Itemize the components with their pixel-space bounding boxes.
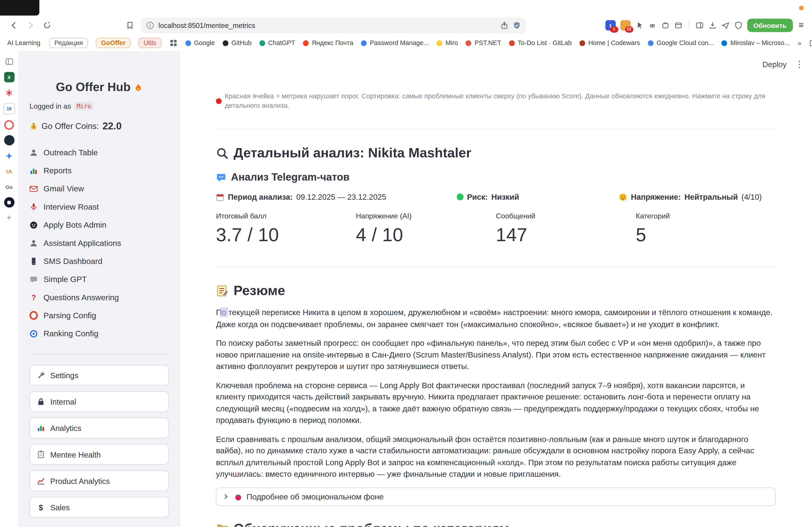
kebab-menu-icon[interactable]: ⋮ xyxy=(795,59,804,70)
tab-groups-grid-icon[interactable] xyxy=(169,39,177,47)
deploy-button[interactable]: Deploy xyxy=(763,60,786,69)
chat-dock-icon[interactable] xyxy=(4,197,14,208)
analytics-button[interactable]: Analytics xyxy=(30,418,169,438)
gooffer-dock-label[interactable]: Go xyxy=(4,182,14,192)
button-label: Mentee Health xyxy=(50,450,101,459)
bookmark-chatgpt[interactable]: ChatGPT xyxy=(259,39,295,46)
sidebar-item-assistant-applications[interactable]: Assistant Applications xyxy=(30,234,169,252)
tab-box-icon[interactable] xyxy=(674,21,683,30)
summary-paragraph-3: Ключевая проблема на стороне сервиса — L… xyxy=(216,380,776,426)
browser-chrome: localhost:8501/mentee_metrics 11 22 æ Об… xyxy=(0,0,812,52)
coins-label: Go Offer Coins: xyxy=(42,122,99,131)
sidebar-item-questions-answering[interactable]: ? Questions Answering xyxy=(30,288,169,306)
bookmark-password-manager[interactable]: Password Manage... xyxy=(361,39,429,46)
summary-paragraph-4: Если сравнивать с прошлым анализом, общи… xyxy=(216,434,776,480)
sidebar-item-outreach-table[interactable]: Outreach Table xyxy=(30,144,169,161)
forward-button[interactable] xyxy=(24,19,38,32)
caption-text: Красная ячейка = метрика нарушает порог.… xyxy=(224,91,776,110)
bookmark-flag-button[interactable] xyxy=(123,19,137,32)
summary-paragraph-1: По текущей переписке Никита в целом в хо… xyxy=(216,307,776,330)
risk-value: Низкий xyxy=(492,193,519,201)
red-asterisk-dock-icon[interactable] xyxy=(4,88,14,98)
sidebar-item-sms-dashboard[interactable]: SMS Dashboard xyxy=(30,252,169,270)
microphone-icon xyxy=(30,202,38,211)
smiley-icon xyxy=(619,193,627,201)
bookmark-yandex-mail[interactable]: Яндекс Почта xyxy=(303,39,353,46)
folder-icon xyxy=(216,522,228,527)
utils-dock-label[interactable]: Ut xyxy=(4,166,14,177)
cursor-extension-icon[interactable] xyxy=(635,21,644,30)
wrench-icon xyxy=(37,371,45,379)
browser-update-button[interactable]: Обновить xyxy=(747,19,793,32)
categories-title-text: Обнаруженные проблемы по категориям xyxy=(233,521,509,527)
sidebar-item-gmail-view[interactable]: Gmail View xyxy=(30,180,169,198)
back-button[interactable] xyxy=(7,19,21,32)
sidebar-item-simple-gpt[interactable]: Simple GPT xyxy=(30,270,169,288)
streamlit-header: Deploy ⋮ xyxy=(763,51,812,77)
bookmarks-bar: AI Learning Редакция GoOffer Utils Googl… xyxy=(0,35,812,51)
bookmark-google-cloud[interactable]: Google Cloud con... xyxy=(648,39,714,46)
person-icon xyxy=(30,239,38,247)
coins-value: 22.0 xyxy=(102,121,121,132)
sidebar-item-parsing-config[interactable]: Parsing Config xyxy=(30,306,169,325)
excel-dock-icon[interactable]: X xyxy=(4,72,14,82)
mentee-health-button[interactable]: Mentee Health xyxy=(30,444,169,465)
browser-menu-icon[interactable]: ≡ xyxy=(798,20,805,31)
bookmark-codewars[interactable]: Home | Codewars xyxy=(579,39,640,46)
ae-extension-icon[interactable]: æ xyxy=(648,21,656,30)
sidebar-item-apply-bots-admin[interactable]: Apply Bots Admin xyxy=(30,216,169,234)
bookmark-pstnet[interactable]: PST.NET xyxy=(466,39,501,46)
bookmark-microsoft[interactable]: Miroslav – Microso... xyxy=(722,39,790,46)
sales-button[interactable]: $ Sales xyxy=(30,497,169,517)
browser-window: localhost:8501/mentee_metrics 11 22 æ Об… xyxy=(0,0,812,527)
sidebar-item-label: Reports xyxy=(44,166,72,175)
site-info-icon[interactable] xyxy=(146,21,154,30)
sidebar-item-interview-roast[interactable]: Interview Roast xyxy=(30,198,169,216)
share-icon[interactable] xyxy=(500,21,509,30)
url-text[interactable]: localhost:8501/mentee_metrics xyxy=(159,21,496,29)
bookmarks-overflow-chevron[interactable]: » xyxy=(798,39,802,47)
bookmark-github[interactable]: GitHub xyxy=(223,39,251,46)
dark-app-dock-icon[interactable] xyxy=(4,135,14,146)
tab-group-gooffer[interactable]: GoOffer xyxy=(96,38,131,48)
extension-icon-1[interactable]: 11 xyxy=(605,20,615,31)
sidebar-item-reports[interactable]: Reports xyxy=(30,161,169,179)
sidebar-item-ranking-config[interactable]: Ranking Config xyxy=(30,325,169,343)
bookmark-miro[interactable]: Miro xyxy=(437,39,458,46)
all-bookmarks-button[interactable]: Все закладки xyxy=(809,39,812,47)
add-dock-item-button[interactable]: + xyxy=(4,213,14,223)
logged-in-line: Logged in as Miro xyxy=(30,102,169,110)
address-bar[interactable]: localhost:8501/mentee_metrics xyxy=(141,18,526,33)
calendar-icon xyxy=(216,193,224,201)
settings-button[interactable]: Settings xyxy=(30,365,169,386)
sidebar-item-label: Outreach Table xyxy=(44,148,98,157)
tab-group-utils[interactable]: Utils xyxy=(139,38,161,48)
reload-button[interactable] xyxy=(40,19,54,32)
protect-shield-icon[interactable] xyxy=(734,21,742,30)
adblock-shield-icon[interactable] xyxy=(513,21,521,30)
send-icon[interactable] xyxy=(721,21,730,30)
bookmark-gitlab-todo[interactable]: To-Do List · GitLab xyxy=(509,39,571,46)
bookmark-google[interactable]: Google xyxy=(185,39,215,46)
summary-text: По текущей переписке Никита в целом в хо… xyxy=(216,307,776,480)
telegram-subtitle-text: Анализ Telegram-чатов xyxy=(231,171,350,183)
tab-group-ai-learning[interactable]: AI Learning xyxy=(6,38,42,48)
internal-button[interactable]: Internal xyxy=(30,391,169,412)
downloads-icon[interactable] xyxy=(708,21,716,30)
product-analytics-button[interactable]: Product Analytics xyxy=(30,470,169,491)
sidebar-toggle-icon[interactable] xyxy=(4,56,14,67)
sparkle-dock-icon[interactable] xyxy=(4,151,14,161)
extension-icon-2[interactable]: 22 xyxy=(620,20,630,31)
metric-value: 5 xyxy=(636,224,776,246)
extensions-puzzle-icon[interactable] xyxy=(661,21,669,30)
tab-group-redakcia[interactable]: Редакция xyxy=(49,38,88,48)
emotional-expander[interactable]: Подробнее об эмоциональном фоне xyxy=(216,487,776,506)
favicon-github xyxy=(223,40,228,46)
ring-dock-icon[interactable] xyxy=(4,119,14,130)
calendar-dock-icon[interactable]: 16 xyxy=(3,103,15,115)
window-top-strip xyxy=(0,0,812,16)
back-arrow-icon xyxy=(10,21,18,30)
tension-suffix: (4/10) xyxy=(741,193,762,201)
metric-label: Сообщений xyxy=(496,212,636,220)
sidebar-split-icon[interactable] xyxy=(695,21,704,30)
